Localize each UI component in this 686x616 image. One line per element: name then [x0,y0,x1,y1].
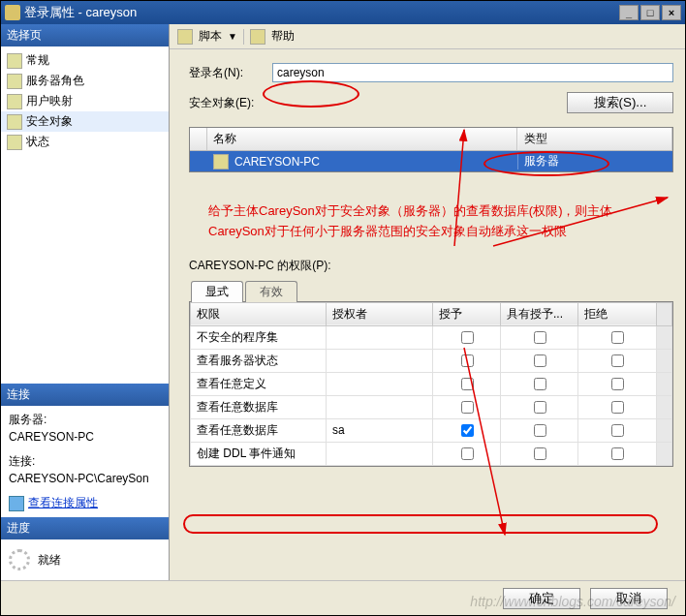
perm-name: 查看任意定义 [191,372,327,395]
search-button[interactable]: 搜索(S)... [567,92,673,113]
help-icon [250,29,265,45]
permission-row[interactable]: 创建 DDL 事件通知 [191,442,672,465]
perm-deny-cb[interactable] [578,395,657,418]
perm-withgrant-cb[interactable] [501,349,578,372]
minimize-button[interactable]: _ [619,5,639,20]
titlebar: 登录属性 - careyson _ □ × [1,1,685,24]
scrollbar[interactable] [657,302,672,325]
login-name-input[interactable]: careyson [272,63,673,82]
permission-row[interactable]: 查看任意定义 [191,372,672,395]
perm-name: 创建 DDL 事件通知 [191,442,327,465]
perm-grantor [327,325,433,349]
page-icon [7,94,22,109]
perm-deny-cb[interactable] [578,349,657,372]
perm-deny-cb[interactable] [578,418,657,442]
perm-withgrant-cb[interactable] [501,395,578,418]
permission-row[interactable]: 查看任意数据库 [191,395,672,418]
script-icon [177,29,193,45]
securable-row[interactable]: CAREYSON-PC 服务器 [190,151,672,171]
help-button[interactable]: 帮助 [271,28,295,45]
maximize-button[interactable]: □ [640,5,660,20]
perm-name: 查看任意数据库 [191,418,327,442]
app-icon [5,5,20,20]
perm-name: 查看任意数据库 [191,395,327,418]
page-securables[interactable]: 安全对象 [1,111,169,132]
col-grant[interactable]: 授予 [433,302,501,325]
page-icon [7,74,22,89]
annotation-text: 给予主体CareySon对于安全对象（服务器）的查看数据库(权限)，则主体Car… [170,172,685,258]
col-permission[interactable]: 权限 [191,302,327,325]
annotation-round-row [183,514,658,534]
left-panel: 选择页 常规 服务器角色 用户映射 安全对象 状态 连接 服务器: CAREYS… [1,24,170,580]
perm-withgrant-cb[interactable] [501,418,578,442]
progress-header: 进度 [1,517,169,539]
close-button[interactable]: × [662,5,681,20]
perm-name: 查看服务器状态 [191,349,327,372]
conn-label: 连接: [9,453,161,470]
perm-tabs: 显式 有效 [189,280,673,301]
server-value: CAREYSON-PC [9,430,161,444]
server-icon [213,154,229,169]
script-button[interactable]: 脚本 [199,28,222,45]
select-page-header: 选择页 [1,24,169,46]
perm-grant-cb[interactable] [433,395,501,418]
connection-header: 连接 [1,384,169,406]
tab-effective[interactable]: 有效 [245,281,297,302]
perm-withgrant-cb[interactable] [501,325,578,349]
page-server-roles[interactable]: 服务器角色 [1,71,169,91]
securable-type: 服务器 [517,153,672,169]
page-icon [7,53,22,69]
col-type[interactable]: 类型 [517,128,672,150]
securables-grid[interactable]: 名称 类型 CAREYSON-PC 服务器 [189,127,673,172]
permission-row[interactable]: 查看任意数据库sa [191,418,672,442]
page-status[interactable]: 状态 [1,132,169,152]
perm-deny-cb[interactable] [578,372,657,395]
login-name-label: 登录名(N): [189,65,272,81]
perm-grant-cb[interactable] [433,349,501,372]
col-withgrant[interactable]: 具有授予... [501,302,578,325]
permission-row[interactable]: 查看服务器状态 [191,349,672,372]
tab-explicit[interactable]: 显式 [191,281,243,302]
perm-deny-cb[interactable] [578,442,657,465]
dropdown-icon[interactable]: ▼ [228,31,237,42]
page-icon [7,135,22,150]
toolbar: 脚本 ▼ 帮助 [170,24,685,49]
window-title: 登录属性 - careyson [24,4,137,21]
col-deny[interactable]: 拒绝 [578,302,657,325]
page-user-mapping[interactable]: 用户映射 [1,91,169,111]
server-label: 服务器: [9,412,161,428]
page-icon [7,114,22,130]
perm-deny-cb[interactable] [578,325,657,349]
perm-grantor [327,395,433,418]
perm-withgrant-cb[interactable] [501,372,578,395]
perm-name: 不安全的程序集 [191,325,327,349]
perm-withgrant-cb[interactable] [501,442,578,465]
cancel-button[interactable]: 取消 [590,588,668,609]
progress-status: 就绪 [38,552,61,569]
page-general[interactable]: 常规 [1,50,169,71]
permission-row[interactable]: 不安全的程序集 [191,325,672,349]
perm-grantor: sa [327,418,433,442]
perm-grant-cb[interactable] [433,418,501,442]
connection-info: 服务器: CAREYSON-PC 连接: CAREYSON-PC\CareySo… [1,406,169,517]
connection-icon [9,496,24,511]
col-grantor[interactable]: 授权者 [327,302,433,325]
perm-grantor [327,372,433,395]
view-connection-link[interactable]: 查看连接属性 [9,495,161,511]
permissions-label: CAREYSON-PC 的权限(P): [189,258,673,274]
conn-value: CAREYSON-PC\CareySon [9,472,161,485]
spinner-icon [9,549,30,570]
perm-grant-cb[interactable] [433,325,501,349]
progress-block: 就绪 [1,539,169,580]
perm-grantor [327,442,433,465]
col-name[interactable]: 名称 [207,128,517,150]
page-list: 常规 服务器角色 用户映射 安全对象 状态 [1,46,169,160]
securable-label: 安全对象(E): [189,95,272,111]
perm-grant-cb[interactable] [433,442,501,465]
ok-button[interactable]: 确定 [503,588,580,609]
perm-grant-cb[interactable] [433,372,501,395]
bottom-bar: 确定 取消 [1,580,685,615]
securable-name: CAREYSON-PC [234,155,517,169]
separator [243,29,244,45]
permissions-grid[interactable]: 权限 授权者 授予 具有授予... 拒绝 不安全的程序集查看服务器状态查看任意定… [189,301,673,467]
